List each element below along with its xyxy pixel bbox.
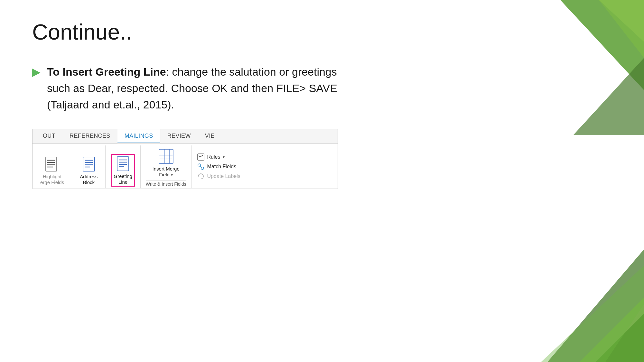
bullet-label: To Insert Greeting Line — [47, 66, 166, 78]
match-fields-icon — [197, 163, 205, 171]
address-block-label: AddressBlock — [80, 174, 98, 185]
group-highlight: Highlighterge Fields — [33, 145, 72, 188]
insert-merge-items: Insert MergeField ▾ — [150, 147, 182, 179]
svg-rect-23 — [159, 149, 173, 163]
group-address-block: AddressBlock — [72, 145, 106, 188]
bullet-arrow-icon: ▶ — [32, 64, 41, 80]
svg-rect-8 — [46, 157, 57, 171]
address-block-icon — [80, 156, 97, 172]
group-insert-merge: Insert MergeField ▾ Write & Insert Field… — [141, 145, 192, 188]
ribbon-container: OUT REFERENCES MAILINGS REVIEW VIE — [32, 129, 338, 189]
tab-out[interactable]: OUT — [36, 129, 62, 143]
svg-rect-18 — [117, 157, 129, 171]
insert-merge-label: Insert MergeField ▾ — [153, 166, 180, 178]
tab-review[interactable]: REVIEW — [160, 129, 198, 143]
rules-icon — [197, 153, 205, 161]
update-labels-icon — [197, 172, 205, 180]
ribbon-body: Highlighterge Fields Addr — [33, 144, 338, 189]
update-labels-label: Update Labels — [207, 173, 240, 179]
dropdown-arrow-icon: ▾ — [171, 173, 173, 177]
group-greeting-line: GreetingLine — [106, 145, 141, 188]
deco-bottom-right — [483, 201, 644, 362]
svg-marker-5 — [580, 298, 644, 362]
write-insert-fields-label: Write & Insert Fields — [146, 180, 186, 187]
highlight-merge-fields-button[interactable]: Highlighterge Fields — [38, 154, 67, 187]
group-right-actions: Rules ▾ Match Fields Upda — [192, 145, 246, 188]
highlight-merge-icon — [44, 156, 61, 172]
svg-marker-31 — [198, 176, 199, 177]
address-block-button[interactable]: AddressBlock — [77, 154, 100, 187]
tab-mailings[interactable]: MAILINGS — [117, 129, 160, 143]
svg-marker-7 — [541, 265, 644, 362]
rules-label: Rules — [207, 154, 220, 160]
insert-merge-field-button[interactable]: Insert MergeField ▾ — [150, 147, 182, 179]
svg-point-30 — [201, 167, 204, 170]
rules-button[interactable]: Rules ▾ — [197, 153, 240, 161]
greeting-line-items: GreetingLine — [111, 147, 135, 187]
match-fields-label: Match Fields — [207, 164, 237, 170]
greeting-line-label: GreetingLine — [114, 173, 132, 185]
update-labels-button[interactable]: Update Labels — [197, 172, 240, 180]
bullet-section: ▶ To Insert Greeting Line: change the sa… — [32, 64, 612, 113]
svg-marker-4 — [547, 249, 644, 362]
tab-view[interactable]: VIE — [198, 129, 222, 143]
ribbon-tabs: OUT REFERENCES MAILINGS REVIEW VIE — [33, 129, 338, 144]
insert-merge-icon — [158, 148, 174, 165]
svg-point-29 — [198, 164, 201, 166]
tab-references[interactable]: REFERENCES — [62, 129, 117, 143]
svg-marker-6 — [596, 314, 644, 362]
bullet-text: To Insert Greeting Line: change the salu… — [47, 64, 362, 113]
match-fields-button[interactable]: Match Fields — [197, 163, 240, 171]
slide-title: Continue.. — [32, 19, 612, 44]
address-block-items: AddressBlock — [77, 147, 100, 187]
svg-rect-28 — [198, 154, 204, 160]
highlight-items: Highlighterge Fields — [38, 147, 67, 187]
greeting-line-icon — [115, 155, 131, 172]
greeting-line-button[interactable]: GreetingLine — [111, 154, 135, 187]
rules-dropdown-icon: ▾ — [223, 155, 225, 159]
svg-rect-13 — [83, 157, 95, 171]
highlight-label: Highlighterge Fields — [40, 174, 64, 185]
bullet-item: ▶ To Insert Greeting Line: change the sa… — [32, 64, 612, 113]
